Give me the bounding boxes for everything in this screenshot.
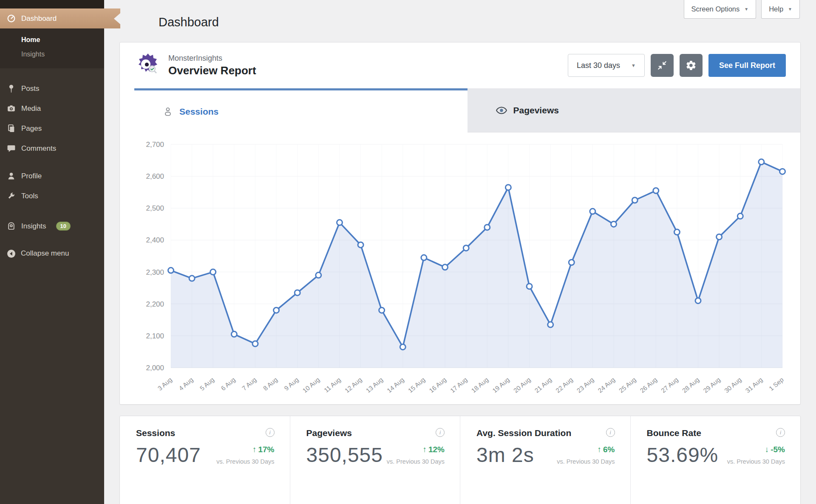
- svg-text:13 Aug: 13 Aug: [364, 376, 384, 394]
- stat-label: Pageviews: [306, 428, 352, 438]
- sidebar-item-insights[interactable]: Insights 10: [0, 216, 104, 236]
- sidebar-item-pages[interactable]: Pages: [0, 118, 104, 138]
- stat-bounce-rate: Bounce Rate i 53.69% ↓-5% vs. Previous 3…: [631, 416, 801, 504]
- down-arrow-icon: ↓: [765, 445, 769, 454]
- settings-button[interactable]: [680, 54, 703, 77]
- svg-text:20 Aug: 20 Aug: [512, 376, 532, 394]
- brand-name: MonsterInsights: [168, 54, 256, 63]
- monster-icon: [7, 222, 16, 231]
- sidebar-item-dashboard[interactable]: Dashboard: [0, 8, 120, 28]
- svg-text:19 Aug: 19 Aug: [491, 376, 511, 394]
- svg-text:25 Aug: 25 Aug: [618, 376, 638, 394]
- sidebar-item-comments[interactable]: Comments: [0, 138, 104, 158]
- active-menu-arrow: [114, 13, 120, 24]
- info-icon[interactable]: i: [266, 428, 275, 437]
- sidebar-item-label: Dashboard: [21, 14, 57, 23]
- svg-text:27 Aug: 27 Aug: [660, 376, 680, 394]
- svg-text:3 Aug: 3 Aug: [156, 376, 173, 392]
- svg-text:12 Aug: 12 Aug: [343, 376, 363, 394]
- sidebar-item-tools[interactable]: Tools: [0, 186, 104, 206]
- info-icon[interactable]: i: [436, 428, 445, 437]
- date-range-select[interactable]: Last 30 days ▼: [568, 54, 645, 77]
- svg-text:2,500: 2,500: [146, 204, 164, 212]
- sidebar-item-posts[interactable]: Posts: [0, 79, 104, 99]
- admin-sidebar: Dashboard Home Insights Posts Media Page…: [0, 0, 104, 504]
- comment-icon: [7, 144, 16, 153]
- svg-text:1 Sep: 1 Sep: [768, 376, 785, 392]
- stat-delta: ↑17%: [252, 445, 275, 454]
- see-full-report-button[interactable]: See Full Report: [708, 54, 786, 77]
- sidebar-item-label: Collapse menu: [21, 249, 69, 258]
- stat-delta: ↓-5%: [765, 445, 785, 454]
- sidebar-item-label: Media: [21, 104, 41, 113]
- sessions-chart-area: 2,0002,1002,2002,3002,4002,5002,6002,700…: [120, 132, 800, 404]
- dashboard-submenu: Home Insights: [0, 28, 104, 68]
- svg-text:2,600: 2,600: [146, 172, 164, 180]
- stat-label: Bounce Rate: [647, 428, 701, 438]
- svg-text:2,000: 2,000: [146, 364, 164, 372]
- svg-text:15 Aug: 15 Aug: [407, 376, 427, 394]
- svg-text:9 Aug: 9 Aug: [283, 376, 300, 392]
- report-tabs: Sessions Pageviews: [134, 88, 800, 132]
- stat-compare: vs. Previous 30 Days: [216, 458, 274, 465]
- admin-top-strip: [0, 0, 104, 8]
- screen-options-button[interactable]: Screen Options ▼: [684, 0, 756, 19]
- info-icon[interactable]: i: [776, 428, 785, 437]
- chevron-down-icon: ▼: [788, 7, 792, 11]
- svg-text:7 Aug: 7 Aug: [241, 376, 258, 392]
- tab-sessions[interactable]: Sessions: [134, 88, 468, 132]
- sidebar-item-collapse-menu[interactable]: Collapse menu: [0, 244, 104, 263]
- sidebar-item-profile[interactable]: Profile: [0, 166, 104, 186]
- help-button[interactable]: Help ▼: [761, 0, 800, 19]
- sidebar-item-label: Posts: [21, 84, 40, 93]
- chevron-down-icon: ▼: [631, 63, 636, 68]
- gear-icon: [686, 60, 697, 71]
- svg-text:16 Aug: 16 Aug: [428, 376, 448, 394]
- stat-avg-session-duration: Avg. Session Duration i 3m 2s ↑6% vs. Pr…: [460, 416, 631, 504]
- svg-text:31 Aug: 31 Aug: [744, 376, 764, 394]
- wrench-icon: [7, 191, 16, 200]
- eye-icon: [496, 106, 507, 115]
- compress-button[interactable]: [651, 54, 674, 77]
- camera-icon: [7, 104, 16, 113]
- sidebar-subitem-insights[interactable]: Insights: [21, 47, 104, 62]
- person-icon: [162, 106, 173, 117]
- svg-text:11 Aug: 11 Aug: [323, 376, 342, 394]
- svg-text:2,100: 2,100: [146, 332, 164, 340]
- topbar-buttons: Screen Options ▼ Help ▼: [684, 0, 800, 19]
- stat-sessions: Sessions i 70,407 ↑17% vs. Previous 30 D…: [120, 416, 290, 504]
- sidebar-item-label: Profile: [21, 172, 42, 180]
- sidebar-item-label: Insights: [21, 222, 46, 231]
- info-icon[interactable]: i: [606, 428, 615, 437]
- up-arrow-icon: ↑: [422, 445, 427, 454]
- stat-compare: vs. Previous 30 Days: [727, 458, 785, 465]
- compress-arrows-icon: [657, 60, 667, 70]
- stats-summary-card: Sessions i 70,407 ↑17% vs. Previous 30 D…: [119, 416, 801, 504]
- main-content: Screen Options ▼ Help ▼ Dashboard M: [104, 0, 816, 504]
- svg-text:4 Aug: 4 Aug: [177, 376, 194, 392]
- svg-text:8 Aug: 8 Aug: [262, 376, 279, 392]
- sidebar-item-media[interactable]: Media: [0, 99, 104, 118]
- sidebar-item-label: Comments: [21, 144, 56, 153]
- sidebar-item-label: Pages: [21, 124, 42, 133]
- sidebar-subitem-home[interactable]: Home: [21, 33, 104, 47]
- svg-text:24 Aug: 24 Aug: [596, 376, 616, 394]
- stat-value: 53.69%: [647, 443, 719, 467]
- tab-pageviews[interactable]: Pageviews: [468, 88, 801, 132]
- stat-delta: ↑6%: [598, 445, 615, 454]
- svg-text:5 Aug: 5 Aug: [198, 376, 215, 392]
- insights-count-badge: 10: [56, 222, 71, 231]
- svg-text:28 Aug: 28 Aug: [681, 376, 701, 394]
- report-header-controls: Last 30 days ▼ See Full: [568, 54, 786, 77]
- svg-text:18 Aug: 18 Aug: [470, 376, 490, 394]
- report-title: Overview Report: [168, 64, 256, 77]
- svg-text:22 Aug: 22 Aug: [554, 376, 574, 394]
- svg-text:23 Aug: 23 Aug: [575, 376, 595, 394]
- report-title-block: MonsterInsights Overview Report: [168, 54, 256, 77]
- person-icon: [7, 172, 16, 180]
- overview-report-card: MonsterInsights Overview Report Last 30 …: [119, 42, 801, 405]
- sessions-line-chart[interactable]: 2,0002,1002,2002,3002,4002,5002,6002,700…: [120, 132, 800, 404]
- svg-text:2,300: 2,300: [146, 268, 164, 276]
- stat-label: Avg. Session Duration: [476, 428, 571, 438]
- stat-value: 3m 2s: [476, 443, 534, 467]
